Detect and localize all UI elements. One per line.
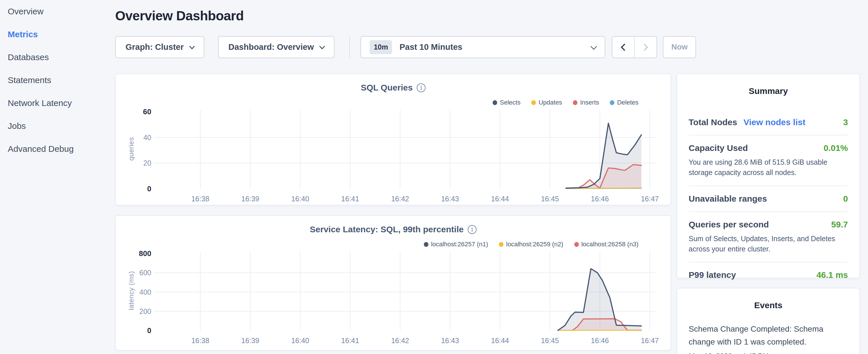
summary-row-label: Total Nodes bbox=[689, 118, 737, 127]
y-tick-label: 400 bbox=[116, 288, 151, 296]
summary-row-description: Sum of Selects, Updates, Inserts, and De… bbox=[689, 233, 848, 254]
legend-dot-icon bbox=[574, 242, 579, 247]
service-latency-chart-panel: Service Latency: SQL, 99th percentileilo… bbox=[115, 215, 671, 351]
summary-title: Summary bbox=[689, 86, 848, 96]
summary-row: Total NodesView nodes list3 bbox=[689, 110, 848, 135]
legend-item[interactable]: Updates bbox=[531, 99, 562, 106]
summary-row-value: 46.1 ms bbox=[816, 270, 848, 280]
legend-label: localhost:26258 (n3) bbox=[582, 240, 639, 248]
summary-row-description: You are using 28.6 MiB of 515.9 GiB usab… bbox=[689, 157, 848, 178]
view-nodes-list-link[interactable]: View nodes list bbox=[743, 118, 805, 127]
sidebar-item-overview[interactable]: Overview bbox=[0, 0, 115, 23]
legend-dot-icon bbox=[493, 100, 497, 105]
summary-rows: Total NodesView nodes list3Capacity Used… bbox=[689, 110, 848, 288]
x-tick-label: 16:41 bbox=[333, 336, 367, 345]
summary-row-label: Unavailable ranges bbox=[689, 194, 767, 204]
summary-row: Queries per second59.7Sum of Selects, Up… bbox=[689, 212, 848, 262]
chart-legend: localhost:26257 (n1)localhost:26259 (n2)… bbox=[424, 240, 639, 248]
chart-plot-area[interactable] bbox=[154, 108, 657, 189]
summary-row-value: 0 bbox=[843, 194, 848, 204]
chart-title: SQL Queries bbox=[361, 83, 413, 93]
legend-item[interactable]: localhost:26257 (n1) bbox=[424, 240, 488, 248]
x-tick-label: 16:46 bbox=[583, 336, 617, 345]
x-tick-label: 16:40 bbox=[283, 195, 317, 203]
event-timestamp: May 13, 2020 at 4:45 PM bbox=[689, 352, 848, 354]
summary-row: Unavailable ranges0 bbox=[689, 186, 848, 212]
sidebar-item-network-latency[interactable]: Network Latency bbox=[0, 92, 115, 115]
time-back-button[interactable] bbox=[612, 37, 634, 58]
y-tick-label: 800 bbox=[116, 249, 151, 258]
time-range-selector[interactable]: 10m Past 10 Minutes bbox=[361, 36, 605, 58]
sidebar-item-statements[interactable]: Statements bbox=[0, 69, 115, 92]
sidebar-item-databases[interactable]: Databases bbox=[0, 46, 115, 69]
legend-item[interactable]: Deletes bbox=[610, 99, 639, 106]
legend-dot-icon bbox=[499, 242, 503, 247]
sidebar-item-metrics[interactable]: Metrics bbox=[0, 23, 115, 46]
summary-panel: Summary Total NodesView nodes list3Capac… bbox=[677, 74, 860, 279]
legend-dot-icon bbox=[573, 100, 578, 105]
y-tick-label: 60 bbox=[116, 107, 151, 116]
legend-label: Updates bbox=[538, 99, 562, 106]
sidebar-item-advanced-debug[interactable]: Advanced Debug bbox=[0, 137, 115, 160]
time-step-buttons bbox=[612, 36, 657, 58]
summary-row-label: P99 latency bbox=[689, 270, 736, 280]
x-tick-label: 16:44 bbox=[483, 195, 517, 203]
legend-label: localhost:26257 (n1) bbox=[431, 240, 488, 248]
now-button-label: Now bbox=[672, 43, 688, 52]
x-tick-label: 16:46 bbox=[583, 195, 617, 203]
event-item: Schema Change Completed: Schema change w… bbox=[689, 323, 848, 354]
controls-divider bbox=[349, 36, 350, 58]
dashboard-dropdown[interactable]: Dashboard: Overview bbox=[218, 36, 334, 58]
x-tick-label: 16:42 bbox=[383, 195, 417, 203]
legend-dot-icon bbox=[531, 100, 536, 105]
chart-plot-area[interactable] bbox=[154, 250, 657, 331]
info-icon[interactable]: i bbox=[468, 225, 476, 234]
x-tick-label: 16:47 bbox=[633, 195, 667, 203]
legend-dot-icon bbox=[610, 100, 614, 105]
legend-label: Selects bbox=[500, 99, 520, 106]
chevron-down-icon bbox=[319, 43, 325, 49]
sql-queries-chart-panel: SQL QueriesiSelectsUpdatesInsertsDeletes… bbox=[115, 74, 671, 205]
x-tick-label: 16:44 bbox=[483, 336, 517, 345]
legend-dot-icon bbox=[424, 242, 428, 247]
chevron-right-icon bbox=[641, 43, 648, 51]
graph-dropdown-label: Graph: Cluster bbox=[125, 42, 184, 52]
chart-title: Service Latency: SQL, 99th percentile bbox=[310, 225, 464, 234]
y-tick-label: 0 bbox=[116, 185, 151, 193]
legend-item[interactable]: Inserts bbox=[573, 99, 599, 106]
chevron-down-icon bbox=[591, 43, 597, 50]
legend-label: Inserts bbox=[580, 99, 599, 106]
legend-item[interactable]: localhost:26259 (n2) bbox=[499, 240, 563, 248]
summary-row: P99 latency46.1 ms bbox=[689, 262, 848, 288]
time-forward-button[interactable] bbox=[635, 37, 656, 58]
time-range-label: Past 10 Minutes bbox=[400, 42, 462, 52]
legend-item[interactable]: localhost:26258 (n3) bbox=[574, 240, 639, 248]
events-list: Schema Change Completed: Schema change w… bbox=[689, 323, 848, 354]
y-tick-label: 200 bbox=[116, 307, 151, 315]
x-tick-label: 16:42 bbox=[383, 336, 417, 345]
chevron-left-icon bbox=[621, 43, 628, 51]
page-title: Overview Dashboard bbox=[115, 8, 244, 24]
graph-dropdown[interactable]: Graph: Cluster bbox=[115, 36, 204, 58]
events-panel: Events Schema Change Completed: Schema c… bbox=[677, 288, 860, 354]
x-tick-label: 16:38 bbox=[183, 336, 217, 345]
x-tick-label: 16:41 bbox=[333, 195, 367, 203]
x-tick-label: 16:45 bbox=[533, 336, 567, 345]
info-icon[interactable]: i bbox=[417, 83, 426, 92]
x-tick-label: 16:43 bbox=[433, 195, 467, 203]
summary-row-value: 0.01% bbox=[824, 143, 848, 153]
sidebar-item-jobs[interactable]: Jobs bbox=[0, 115, 115, 137]
legend-item[interactable]: Selects bbox=[493, 99, 520, 106]
chart-legend: SelectsUpdatesInsertsDeletes bbox=[493, 99, 639, 106]
dashboard-dropdown-label: Dashboard: Overview bbox=[228, 42, 314, 52]
summary-row-label: Queries per second bbox=[689, 220, 769, 229]
legend-label: Deletes bbox=[617, 99, 639, 106]
time-range-badge: 10m bbox=[370, 40, 392, 54]
summary-row-value: 59.7 bbox=[831, 220, 848, 229]
x-tick-label: 16:47 bbox=[633, 336, 667, 345]
events-title: Events bbox=[689, 300, 848, 310]
x-tick-label: 16:40 bbox=[283, 336, 317, 345]
now-button[interactable]: Now bbox=[663, 36, 696, 58]
x-tick-label: 16:39 bbox=[233, 195, 267, 203]
y-tick-label: 600 bbox=[116, 269, 151, 277]
